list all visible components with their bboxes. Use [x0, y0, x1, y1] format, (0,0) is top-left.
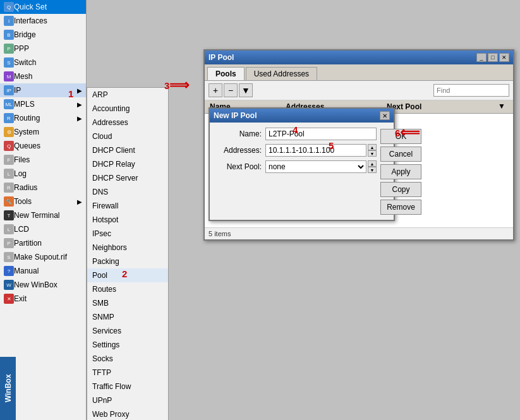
next-pool-select[interactable]: none: [265, 160, 366, 173]
sidebar-item-manual[interactable]: ? Manual: [0, 264, 86, 278]
addresses-label: Addresses:: [215, 146, 265, 155]
submenu-pool[interactable]: Pool: [87, 268, 168, 282]
submenu-hotspot[interactable]: Hotspot: [87, 213, 168, 227]
sidebar-item-tools[interactable]: 🔧 Tools ▶: [0, 195, 86, 208]
sidebar-item-quick-set[interactable]: Q Quick Set: [0, 0, 86, 14]
ip-pool-title: IP Pool: [209, 53, 234, 62]
addr-down-button[interactable]: ▼: [368, 150, 377, 157]
find-input[interactable]: [433, 84, 509, 97]
sidebar-label-make-supout: Make Supout.rif: [14, 253, 67, 261]
add-button[interactable]: +: [209, 83, 222, 97]
sidebar-item-new-terminal[interactable]: T New Terminal: [0, 208, 86, 222]
submenu-accounting[interactable]: Accounting: [87, 102, 168, 116]
sidebar-label-ppp: PPP: [14, 44, 29, 53]
sidebar-item-bridge[interactable]: B Bridge: [0, 28, 86, 42]
sidebar-label-radius: Radius: [14, 183, 37, 192]
submenu-dhcp-relay[interactable]: DHCP Relay: [87, 157, 168, 171]
newterminal-icon: T: [4, 210, 14, 220]
sidebar-item-switch[interactable]: S Switch: [0, 56, 86, 69]
sidebar-item-log[interactable]: L Log: [0, 167, 86, 181]
submenu-snmp[interactable]: SNMP: [87, 310, 168, 324]
ip-icon: IP: [4, 85, 14, 95]
sidebar-item-lcd[interactable]: L LCD: [0, 222, 86, 236]
sidebar-item-routing[interactable]: R Routing ▶: [0, 111, 86, 125]
sidebar-item-partition[interactable]: P Partition: [0, 236, 86, 250]
sidebar-item-make-supout[interactable]: S Make Supout.rif: [0, 250, 86, 264]
sidebar-label-files: Files: [14, 155, 30, 164]
submenu-dhcp-server[interactable]: DHCP Server: [87, 171, 168, 185]
sidebar-label-mesh: Mesh: [14, 72, 32, 81]
dropdown-arrow[interactable]: ▼: [498, 102, 511, 112]
filter-button[interactable]: ▼: [239, 83, 253, 97]
submenu-settings[interactable]: Settings: [87, 338, 168, 352]
copy-button[interactable]: Copy: [380, 182, 421, 197]
manual-icon: ?: [4, 266, 14, 276]
ppp-icon: P: [4, 44, 14, 54]
submenu-ipsec[interactable]: IPsec: [87, 227, 168, 241]
sidebar-label-log: Log: [14, 169, 27, 178]
interfaces-icon: I: [4, 16, 14, 26]
submenu-addresses[interactable]: Addresses: [87, 116, 168, 129]
mesh-icon: M: [4, 71, 14, 81]
new-ippool-titlebar: New IP Pool ✕: [210, 109, 394, 123]
sidebar-item-system[interactable]: ⚙ System: [0, 125, 86, 139]
sidebar-item-radius[interactable]: R Radius: [0, 181, 86, 195]
submenu-dhcp-client[interactable]: DHCP Client: [87, 143, 168, 157]
sidebar-item-queues[interactable]: Q Queues: [0, 139, 86, 153]
sidebar-label-lcd: LCD: [14, 225, 29, 234]
submenu-web-proxy[interactable]: Web Proxy: [87, 407, 168, 420]
sidebar-item-exit[interactable]: ✕ Exit: [0, 292, 86, 306]
routing-icon: R: [4, 113, 14, 123]
submenu-traffic-flow[interactable]: Traffic Flow: [87, 380, 168, 393]
maximize-button[interactable]: □: [488, 53, 498, 62]
tab-pools[interactable]: Pools: [207, 67, 245, 80]
ok-button[interactable]: OK: [380, 129, 421, 144]
submenu-arp[interactable]: ARP: [87, 88, 168, 102]
radius-icon: R: [4, 183, 14, 193]
submenu-firewall[interactable]: Firewall: [87, 199, 168, 213]
delete-button[interactable]: −: [224, 83, 238, 97]
submenu-neighbors[interactable]: Neighbors: [87, 241, 168, 255]
sidebar-label-ip: IP: [14, 86, 21, 95]
addresses-input[interactable]: [265, 144, 366, 157]
sidebar-item-ppp[interactable]: P PPP: [0, 42, 86, 56]
makesupout-icon: S: [4, 252, 14, 262]
cancel-button[interactable]: Cancel: [380, 147, 421, 162]
lcd-icon: L: [4, 224, 14, 234]
minimize-button[interactable]: _: [476, 53, 487, 62]
ip-arrow: ▶: [77, 87, 82, 94]
sidebar-item-mpls[interactable]: ML MPLS ▶: [0, 97, 86, 111]
dialog-close-button[interactable]: ✕: [380, 111, 390, 120]
next-pool-down-button[interactable]: ▼: [368, 167, 377, 173]
window-controls: _ □ ✕: [476, 53, 509, 62]
partition-icon: P: [4, 238, 14, 248]
sidebar-label-new-terminal: New Terminal: [14, 211, 59, 220]
submenu-services[interactable]: Services: [87, 324, 168, 338]
next-pool-up-button[interactable]: ▲: [368, 160, 377, 167]
sidebar-item-new-winbox[interactable]: W New WinBox: [0, 278, 86, 292]
col-next-pool[interactable]: Next Pool: [384, 102, 473, 112]
remove-button[interactable]: Remove: [380, 200, 421, 215]
submenu-smb[interactable]: SMB: [87, 296, 168, 310]
submenu-routes[interactable]: Routes: [87, 282, 168, 296]
name-input[interactable]: [265, 128, 377, 140]
window-toolbar: + − ▼: [205, 81, 513, 100]
sidebar-item-mesh[interactable]: M Mesh: [0, 69, 86, 83]
submenu-tftp[interactable]: TFTP: [87, 366, 168, 380]
sidebar-item-interfaces[interactable]: I Interfaces: [0, 14, 86, 28]
apply-button[interactable]: Apply: [380, 164, 421, 179]
submenu-dns[interactable]: DNS: [87, 185, 168, 199]
submenu-cloud[interactable]: Cloud: [87, 129, 168, 143]
addr-up-button[interactable]: ▲: [368, 144, 377, 150]
sidebar-item-ip[interactable]: IP IP ▶: [0, 83, 86, 97]
files-icon: F: [4, 155, 14, 165]
submenu-socks[interactable]: Socks: [87, 352, 168, 366]
dialog-fields: Name: Addresses: ▲ ▼ Next Pool: none: [215, 128, 377, 215]
sidebar-item-files[interactable]: F Files: [0, 153, 86, 167]
submenu-upnp[interactable]: UPnP: [87, 393, 168, 407]
tab-used-addresses[interactable]: Used Addresses: [246, 67, 317, 80]
sidebar-label-switch: Switch: [14, 58, 36, 67]
quick-set-icon: Q: [4, 2, 14, 12]
close-button[interactable]: ✕: [499, 53, 509, 62]
submenu-packing[interactable]: Packing: [87, 255, 168, 268]
